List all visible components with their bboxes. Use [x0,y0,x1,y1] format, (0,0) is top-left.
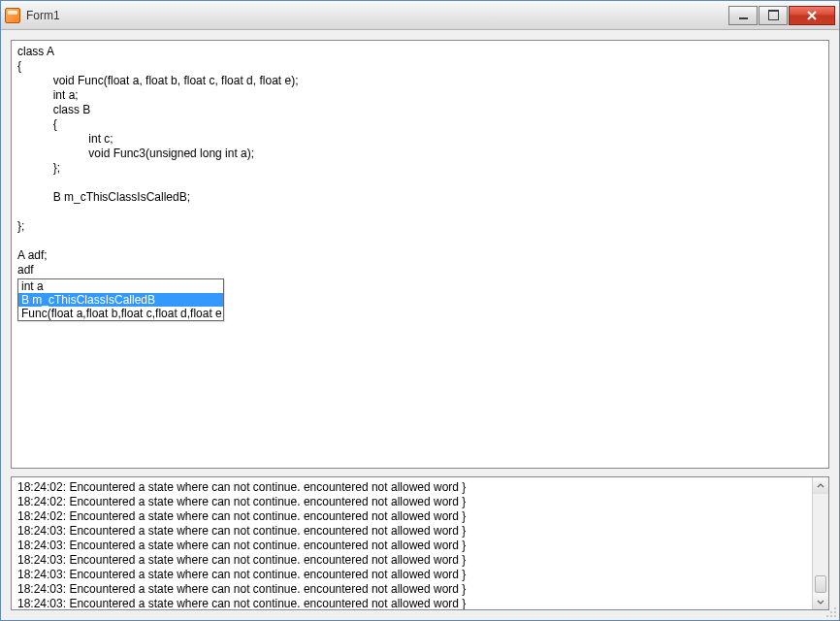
scroll-up-button[interactable] [813,477,828,494]
log-scrollbar[interactable] [812,477,828,609]
window-controls [728,6,835,25]
close-button[interactable] [789,6,835,25]
log-entry: 18:24:02: Encountered a state where can … [17,509,823,524]
log-entry: 18:24:03: Encountered a state where can … [17,524,823,539]
maximize-button[interactable] [759,6,788,25]
autocomplete-popup[interactable]: int aB m_cThisClassIsCalledBFunc(float a… [17,278,224,321]
log-time: 18:24:03 [17,582,63,596]
log-message: Encountered a state where can not contin… [69,509,466,523]
log-panel[interactable]: 18:24:02: Encountered a state where can … [11,476,829,610]
log-message: Encountered a state where can not contin… [69,582,466,596]
resize-grip[interactable] [824,605,839,620]
log-entry: 18:24:02: Encountered a state where can … [17,480,823,495]
svg-point-4 [830,615,832,617]
app-icon [5,8,20,23]
app-window: Form1 class A { void Func(float a, float… [0,0,840,621]
svg-point-1 [830,611,832,613]
autocomplete-item[interactable]: B m_cThisClassIsCalledB [18,293,223,307]
log-entry: 18:24:03: Encountered a state where can … [17,553,823,568]
log-time: 18:24:03 [17,539,63,552]
svg-point-5 [834,615,836,617]
grip-icon [824,605,839,620]
minimize-button[interactable] [728,6,758,25]
window-title: Form1 [26,9,60,22]
log-message: Encountered a state where can not contin… [69,539,466,552]
log-time: 18:24:03 [17,553,63,567]
chevron-up-icon [817,482,824,490]
log-message: Encountered a state where can not contin… [69,553,466,567]
scroll-thumb[interactable] [815,575,826,593]
autocomplete-item[interactable]: Func(float a,float b,float c,float d,flo… [18,307,223,320]
scroll-track[interactable] [813,494,828,593]
log-message: Encountered a state where can not contin… [69,568,466,581]
log-time: 18:24:02 [17,495,63,508]
log-time: 18:24:02 [17,480,63,494]
log-time: 18:24:03 [17,597,63,610]
log-time: 18:24:02 [17,509,63,523]
svg-point-3 [826,615,828,617]
log-entry: 18:24:02: Encountered a state where can … [17,495,823,509]
editor-content[interactable]: class A { void Func(float a, float b, fl… [12,41,828,281]
log-message: Encountered a state where can not contin… [69,524,466,538]
code-editor[interactable]: class A { void Func(float a, float b, fl… [11,40,829,469]
log-entry: 18:24:03: Encountered a state where can … [17,582,823,597]
svg-point-0 [834,607,836,609]
titlebar[interactable]: Form1 [1,1,839,30]
log-time: 18:24:03 [17,568,63,581]
svg-point-2 [834,611,836,613]
log-entry: 18:24:03: Encountered a state where can … [17,568,823,582]
titlebar-left: Form1 [5,8,60,23]
autocomplete-item[interactable]: int a [18,279,223,293]
log-content: 18:24:02: Encountered a state where can … [12,477,828,610]
close-icon [806,10,818,21]
log-time: 18:24:03 [17,524,63,538]
log-message: Encountered a state where can not contin… [69,480,466,494]
log-message: Encountered a state where can not contin… [69,597,466,610]
log-message: Encountered a state where can not contin… [69,495,466,508]
client-area: class A { void Func(float a, float b, fl… [1,30,839,620]
log-entry: 18:24:03: Encountered a state where can … [17,539,823,553]
log-entry: 18:24:03: Encountered a state where can … [17,597,823,610]
